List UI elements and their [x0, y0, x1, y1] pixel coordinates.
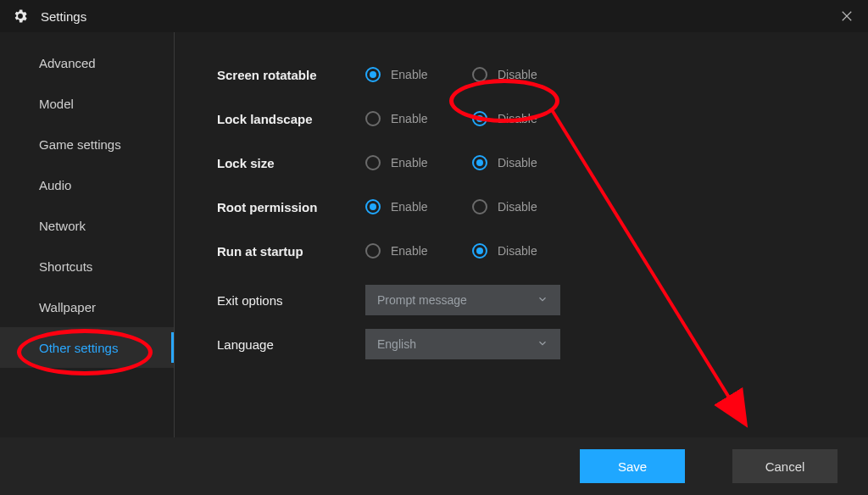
radio-label: Disable: [498, 112, 537, 125]
radio-group: Enable Disable: [365, 199, 542, 214]
sidebar-item-model[interactable]: Model: [0, 83, 174, 124]
row-exit-options: Exit options Prompt message: [217, 278, 834, 322]
radio-icon: [472, 155, 487, 170]
radio-label: Enable: [391, 156, 428, 170]
radio-label: Enable: [391, 68, 428, 81]
setting-label: Lock size: [217, 156, 365, 170]
radio-label: Disable: [498, 200, 537, 214]
radio-group: Enable Disable: [365, 67, 542, 82]
sidebar-item-label: Wallpaper: [39, 300, 96, 314]
window-title: Settings: [41, 9, 86, 24]
radio-enable[interactable]: Enable: [365, 243, 435, 259]
sidebar-item-other-settings[interactable]: Other settings: [0, 327, 174, 368]
sidebar-item-label: Audio: [39, 178, 71, 192]
sidebar: Advanced Model Game settings Audio Netwo…: [0, 32, 175, 437]
radio-disable[interactable]: Disable: [472, 155, 542, 170]
radio-icon: [365, 243, 381, 259]
footer: Save Cancel: [0, 437, 868, 495]
titlebar: Settings: [0, 0, 868, 32]
radio-disable[interactable]: Disable: [472, 111, 542, 126]
radio-label: Disable: [498, 156, 537, 170]
radio-icon: [365, 67, 381, 82]
sidebar-item-label: Game settings: [39, 137, 121, 152]
select-value: Prompt message: [377, 293, 467, 307]
radio-icon: [365, 111, 381, 126]
sidebar-item-label: Model: [39, 97, 74, 111]
sidebar-item-label: Shortcuts: [39, 259, 92, 274]
gear-icon: [12, 8, 29, 25]
radio-label: Disable: [498, 244, 537, 258]
radio-group: Enable Disable: [365, 111, 542, 126]
setting-label: Screen rotatable: [217, 68, 365, 82]
radio-icon: [365, 155, 381, 170]
radio-disable[interactable]: Disable: [472, 243, 542, 259]
row-language: Language English: [217, 322, 834, 366]
setting-label: Root permission: [217, 200, 365, 214]
setting-label: Lock landscape: [217, 112, 365, 126]
sidebar-item-label: Network: [39, 219, 86, 233]
sidebar-item-game-settings[interactable]: Game settings: [0, 124, 174, 164]
sidebar-item-network[interactable]: Network: [0, 205, 174, 246]
radio-label: Enable: [391, 112, 428, 125]
row-lock-size: Lock size Enable Disable: [217, 141, 834, 185]
sidebar-item-audio[interactable]: Audio: [0, 164, 174, 205]
save-button[interactable]: Save: [580, 449, 685, 483]
chevron-down-icon: [537, 337, 548, 352]
radio-label: Enable: [391, 244, 428, 258]
radio-enable[interactable]: Enable: [365, 111, 435, 126]
close-button[interactable]: [837, 7, 856, 25]
sidebar-item-label: Advanced: [39, 56, 96, 70]
setting-label: Run at startup: [217, 244, 365, 259]
sidebar-item-label: Other settings: [39, 341, 118, 355]
row-lock-landscape: Lock landscape Enable Disable: [217, 97, 834, 141]
row-run-at-startup: Run at startup Enable Disable: [217, 229, 834, 273]
setting-label: Exit options: [217, 293, 365, 308]
chevron-down-icon: [537, 293, 548, 308]
radio-icon: [472, 243, 487, 259]
settings-content: Screen rotatable Enable Disable Lock lan…: [175, 32, 868, 437]
radio-icon: [472, 67, 487, 82]
sidebar-item-wallpaper[interactable]: Wallpaper: [0, 286, 174, 327]
radio-icon: [365, 199, 381, 214]
sidebar-item-shortcuts[interactable]: Shortcuts: [0, 246, 174, 286]
row-screen-rotatable: Screen rotatable Enable Disable: [217, 53, 834, 97]
radio-enable[interactable]: Enable: [365, 155, 435, 170]
radio-icon: [472, 111, 487, 126]
language-select[interactable]: English: [365, 329, 560, 359]
setting-label: Language: [217, 337, 365, 352]
radio-enable[interactable]: Enable: [365, 199, 435, 214]
radio-icon: [472, 199, 487, 214]
radio-label: Disable: [498, 68, 537, 81]
cancel-button[interactable]: Cancel: [732, 449, 837, 483]
row-root-permission: Root permission Enable Disable: [217, 185, 834, 229]
exit-options-select[interactable]: Prompt message: [365, 285, 560, 315]
radio-group: Enable Disable: [365, 243, 542, 259]
radio-group: Enable Disable: [365, 155, 542, 170]
radio-disable[interactable]: Disable: [472, 199, 542, 214]
body: Advanced Model Game settings Audio Netwo…: [0, 32, 868, 437]
select-value: English: [377, 337, 416, 351]
radio-enable[interactable]: Enable: [365, 67, 435, 82]
radio-disable[interactable]: Disable: [472, 67, 542, 82]
radio-label: Enable: [391, 200, 428, 214]
sidebar-item-advanced[interactable]: Advanced: [0, 42, 174, 83]
